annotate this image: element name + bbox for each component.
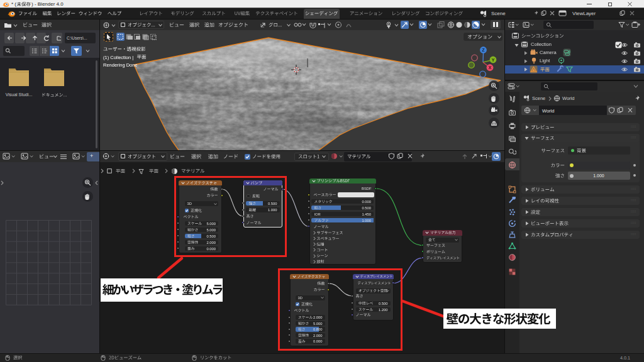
svg-text:Z: Z (482, 48, 485, 52)
svg-text:Y: Y (492, 58, 495, 62)
svg-text:X: X (489, 65, 492, 70)
